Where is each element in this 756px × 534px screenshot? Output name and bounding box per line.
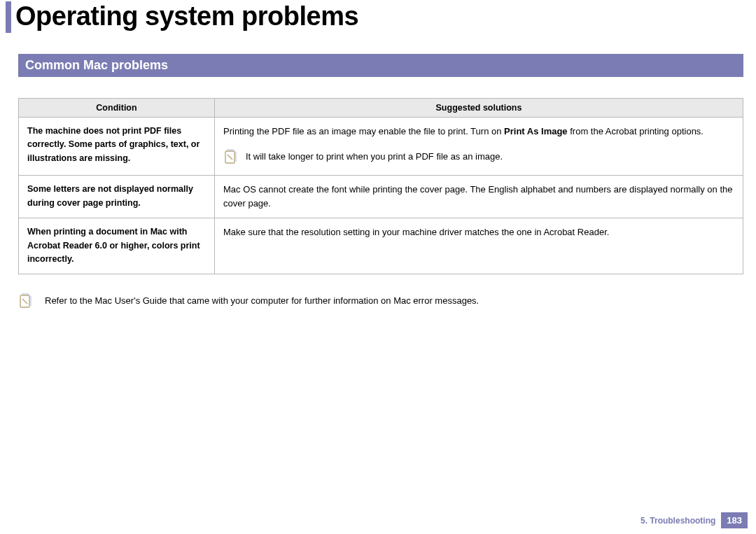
inline-note: It will take longer to print when you pr… bbox=[223, 148, 734, 165]
condition-cell: The machine does not print PDF files cor… bbox=[19, 118, 215, 176]
solution-cell: Printing the PDF file as an image may en… bbox=[215, 118, 743, 176]
page-number: 183 bbox=[721, 512, 748, 528]
col-condition: Condition bbox=[19, 99, 215, 118]
col-solution: Suggested solutions bbox=[215, 99, 743, 118]
solution-text-post: from the Acrobat printing options. bbox=[568, 126, 704, 136]
note-icon bbox=[18, 293, 32, 309]
solution-text-bold: Print As Image bbox=[504, 126, 568, 136]
note-icon bbox=[223, 148, 237, 165]
problems-table: Condition Suggested solutions The machin… bbox=[18, 98, 743, 274]
footer-note: Refer to the Mac User's Guide that came … bbox=[18, 293, 743, 309]
solution-text-pre: Printing the PDF file as an image may en… bbox=[223, 126, 504, 136]
chapter-label: 5. Troubleshooting bbox=[640, 516, 715, 526]
page-title: Operating system problems bbox=[15, 1, 756, 31]
table-row: When printing a document in Mac with Acr… bbox=[19, 218, 743, 274]
condition-cell: Some letters are not displayed normally … bbox=[19, 176, 215, 218]
table-row: The machine does not print PDF files cor… bbox=[19, 118, 743, 176]
condition-cell: When printing a document in Mac with Acr… bbox=[19, 218, 215, 274]
solution-cell: Mac OS cannot create the font while prin… bbox=[215, 176, 743, 218]
solution-cell: Make sure that the resolution setting in… bbox=[215, 218, 743, 274]
table-row: Some letters are not displayed normally … bbox=[19, 176, 743, 218]
page-title-block: Operating system problems bbox=[6, 1, 756, 33]
page-footer: 5. Troubleshooting 183 bbox=[640, 512, 748, 528]
section-heading: Common Mac problems bbox=[18, 54, 743, 77]
inline-note-text: It will take longer to print when you pr… bbox=[246, 150, 503, 164]
table-header-row: Condition Suggested solutions bbox=[19, 99, 743, 118]
footer-note-text: Refer to the Mac User's Guide that came … bbox=[45, 294, 479, 308]
